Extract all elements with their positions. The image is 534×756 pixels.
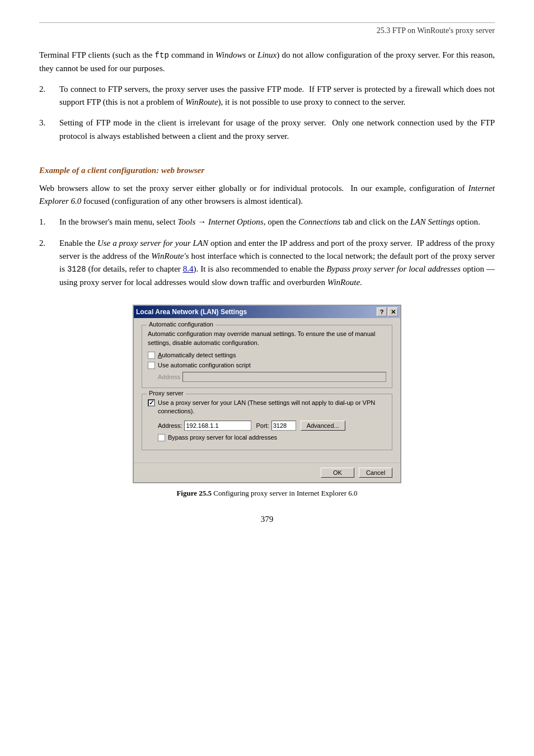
proxy-check-col: ✓ [148,399,158,407]
proxy-use-row: ✓ Use a proxy server for your LAN (These… [148,399,386,416]
address-field-label: Address: [158,422,182,429]
ftp-code: ftp [155,51,169,60]
port-field-input[interactable] [271,421,296,431]
header-text: 25.3 FTP on WinRoute's proxy server [377,26,495,35]
address-row: Address [148,372,386,382]
dialog-footer: OK Cancel [134,463,400,482]
dialog-help-button[interactable]: ? [377,307,387,316]
step-num-2: 2. [39,237,59,289]
intro-paragraph: Terminal FTP clients (such as the ftp co… [39,49,495,75]
auto-script-label: Use automatic configuration script [158,362,251,368]
dialog-close-button[interactable]: ✕ [388,307,398,316]
address-input-auto[interactable] [182,372,386,382]
auto-config-label: Automatic configuration [147,321,216,328]
list-item-3: 3. Setting of FTP mode in the client is … [39,116,495,143]
step-content-2: Enable the Use a proxy server for your L… [59,237,495,289]
auto-config-desc: Automatic configuration may override man… [148,330,386,347]
auto-detect-row: Automatically detect settings [148,352,386,359]
dialog-body: Automatic configuration Automatic config… [134,318,400,463]
figure-label: Figure 25.5 [176,489,212,497]
page-header: 25.3 FTP on WinRoute's proxy server [39,22,495,35]
dialog-title: Local Area Network (LAN) Settings [136,308,377,316]
auto-detect-checkbox[interactable] [148,352,155,359]
proxy-use-checkbox[interactable]: ✓ [148,399,155,407]
port-field-label: Port: [256,422,269,429]
address-label-auto: Address [158,374,180,380]
ok-button[interactable]: OK [321,468,354,478]
dialog-titlebar: Local Area Network (LAN) Settings ? ✕ [134,306,400,318]
step-content-1: In the browser's main menu, select Tools… [59,216,495,228]
section-heading: Example of a client configuration: web b… [39,166,495,175]
list-num-3: 3. [39,116,59,143]
chapter-link[interactable]: 8.4 [183,264,194,273]
proxy-server-group: Proxy server ✓ Use a proxy server for yo… [142,394,392,450]
step-1: 1. In the browser's main menu, select To… [39,216,495,228]
advanced-button[interactable]: Advanced... [301,421,345,431]
step-num-1: 1. [39,216,59,228]
auto-config-group: Automatic configuration Automatic config… [142,325,392,388]
proxy-server-label: Proxy server [147,390,186,396]
proxy-check-mark: ✓ [149,399,154,407]
bypass-row: Bypass proxy server for local addresses [148,434,386,441]
list-item-2: 2. To connect to FTP servers, the proxy … [39,83,495,109]
list-num-2: 2. [39,83,59,109]
step-2: 2. Enable the Use a proxy server for you… [39,237,495,289]
proxy-use-label: Use a proxy server for your LAN (These s… [158,399,386,416]
dialog-container: Local Area Network (LAN) Settings ? ✕ Au… [39,305,495,483]
dialog-title-buttons: ? ✕ [377,307,398,316]
bypass-checkbox[interactable] [158,434,165,441]
cancel-button[interactable]: Cancel [359,468,392,478]
list-content-3: Setting of FTP mode in the client is irr… [59,116,495,143]
figure-caption: Figure 25.5 Configuring proxy server in … [39,489,495,498]
addr-port-row: Address: Port: Advanced... [148,421,386,431]
bypass-label: Bypass proxy server for local addresses [168,434,277,441]
section-intro: Web browsers allow to set the proxy serv… [39,182,495,208]
lan-settings-dialog: Local Area Network (LAN) Settings ? ✕ Au… [133,305,401,483]
auto-script-row: Use automatic configuration script [148,362,386,369]
list-content-2: To connect to FTP servers, the proxy ser… [59,83,495,109]
figure-text: Configuring proxy server in Internet Exp… [212,489,358,497]
auto-script-checkbox[interactable] [148,362,155,369]
page-number: 379 [39,515,495,524]
auto-detect-label: Automatically detect settings [158,352,236,358]
address-field-input[interactable] [184,421,251,431]
